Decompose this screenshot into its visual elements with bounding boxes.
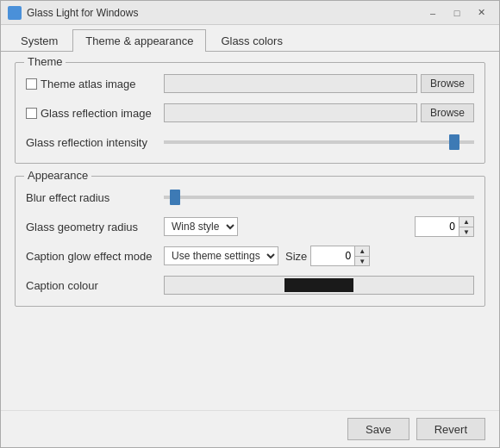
reflection-intensity-slider[interactable]: [164, 140, 474, 144]
atlas-image-label: Theme atlas image: [26, 78, 164, 90]
atlas-image-checkbox[interactable]: [26, 78, 37, 90]
caption-colour-swatch[interactable]: [284, 278, 353, 292]
caption-glow-select-wrapper: Use theme settings Always on Always off: [164, 246, 278, 265]
blur-radius-label: Blur effect radius: [26, 191, 164, 204]
app-icon: [8, 6, 22, 20]
minimize-button[interactable]: –: [422, 4, 444, 22]
appearance-group-content: Blur effect radius Glass geometry radius…: [26, 187, 474, 296]
glass-radius-spin-up[interactable]: ▲: [459, 217, 473, 227]
caption-glow-label: Caption glow effect mode: [26, 250, 164, 263]
caption-colour-row: Caption colour: [26, 275, 474, 296]
theme-group-label: Theme: [24, 55, 66, 68]
revert-button[interactable]: Revert: [416, 418, 485, 440]
caption-glow-spin-up[interactable]: ▲: [355, 246, 369, 256]
reflection-browse-button[interactable]: Browse: [421, 103, 474, 122]
tab-theme[interactable]: Theme & appearance: [72, 29, 206, 52]
theme-group: Theme Theme atlas image Browse Glass ref…: [15, 62, 485, 164]
glass-radius-select-wrapper: Win8 style Win7 style None: [164, 217, 238, 236]
reflection-intensity-row: Glass reflection intensity: [26, 132, 474, 152]
glass-radius-spin-down[interactable]: ▼: [459, 227, 473, 236]
title-controls: – □ ✕: [422, 4, 492, 22]
caption-colour-preview[interactable]: [164, 276, 474, 295]
close-button[interactable]: ✕: [470, 4, 492, 22]
content-area: Theme Theme atlas image Browse Glass ref…: [1, 52, 499, 410]
main-window: Glass Light for Windows – □ ✕ System The…: [0, 0, 500, 448]
reflection-intensity-slider-container: [164, 140, 474, 144]
atlas-browse-button[interactable]: Browse: [421, 74, 474, 93]
save-button[interactable]: Save: [347, 418, 409, 440]
caption-glow-select[interactable]: Use theme settings Always on Always off: [164, 246, 278, 265]
atlas-image-row: Theme atlas image Browse: [26, 73, 474, 94]
window-title: Glass Light for Windows: [27, 7, 422, 19]
footer: Save Revert: [1, 410, 499, 447]
caption-glow-row: Caption glow effect mode Use theme setti…: [26, 246, 474, 266]
tab-system[interactable]: System: [8, 29, 71, 52]
tab-glass[interactable]: Glass colors: [208, 29, 296, 52]
size-label: Size: [285, 250, 307, 263]
reflection-image-input[interactable]: [164, 103, 417, 122]
glass-radius-number-wrapper: ▲ ▼: [415, 216, 474, 237]
caption-glow-number[interactable]: [311, 246, 354, 265]
caption-glow-spin-down[interactable]: ▼: [355, 256, 369, 265]
caption-glow-spinners: ▲ ▼: [354, 246, 369, 265]
glass-radius-spinners: ▲ ▼: [459, 217, 473, 236]
reflection-image-row: Glass reflection image Browse: [26, 103, 474, 123]
blur-radius-slider[interactable]: [164, 196, 474, 199]
appearance-group: Appearance Blur effect radius Glass geom…: [15, 176, 485, 307]
appearance-group-label: Appearance: [24, 169, 91, 182]
reflection-image-checkbox[interactable]: [26, 108, 37, 119]
glass-radius-label: Glass geometry radius: [26, 221, 164, 233]
blur-radius-row: Blur effect radius: [26, 187, 474, 208]
caption-glow-number-wrapper: ▲ ▼: [310, 246, 370, 266]
reflection-image-label: Glass reflection image: [26, 107, 164, 120]
blur-radius-slider-container: [164, 196, 474, 199]
glass-radius-row: Glass geometry radius Win8 style Win7 st…: [26, 216, 474, 237]
reflection-intensity-label: Glass reflection intensity: [26, 136, 164, 149]
title-bar: Glass Light for Windows – □ ✕: [1, 1, 499, 25]
maximize-button[interactable]: □: [446, 4, 468, 22]
tab-bar: System Theme & appearance Glass colors: [1, 25, 499, 52]
glass-radius-select[interactable]: Win8 style Win7 style None: [164, 217, 238, 236]
caption-colour-label: Caption colour: [26, 279, 164, 292]
glass-radius-number[interactable]: [416, 217, 459, 236]
theme-group-content: Theme atlas image Browse Glass reflectio…: [26, 73, 474, 152]
atlas-image-input[interactable]: [164, 74, 417, 93]
